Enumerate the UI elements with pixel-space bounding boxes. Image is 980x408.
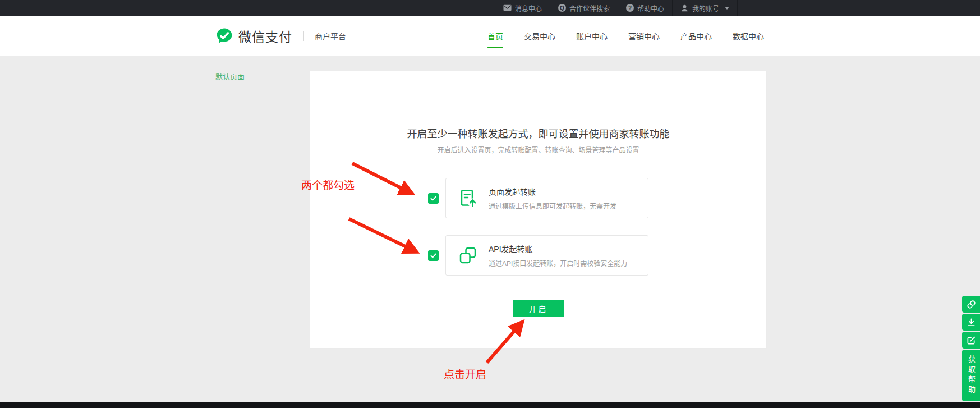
annotation-click-note: 点击开启 — [444, 366, 486, 381]
check-icon — [430, 195, 437, 202]
feedback-button[interactable] — [962, 332, 980, 349]
option-row-page-transfer: 页面发起转账 通过模版上传信息即可发起转账，无需开发 — [428, 178, 648, 218]
division-name: 商户平台 — [315, 30, 346, 42]
get-help-label: 获取帮助 — [962, 355, 980, 396]
option-title: 页面发起转账 — [489, 186, 616, 197]
option-text: API发起转账 通过API接口发起转账，开启时需校验安全能力 — [489, 243, 627, 268]
topbar-item-partner-search[interactable]: Q 合作伙伴搜索 — [550, 0, 618, 16]
topbar-item-help-center[interactable]: ? 帮助中心 — [618, 0, 672, 16]
api-transfer-icon — [458, 246, 477, 265]
account-icon — [680, 4, 689, 12]
api-transfer-checkbox[interactable] — [428, 250, 439, 261]
option-text: 页面发起转账 通过模版上传信息即可发起转账，无需开发 — [489, 186, 616, 210]
logo-divider — [303, 31, 304, 41]
topbar-item-label: 合作伙伴搜索 — [569, 3, 610, 13]
sidebar-item-default-page[interactable]: 默认页面 — [215, 71, 245, 81]
partner-search-icon: Q — [558, 4, 566, 12]
footer-bar — [0, 402, 980, 408]
tab-product-center[interactable]: 产品中心 — [680, 30, 712, 42]
brand-name: 微信支付 — [238, 26, 292, 45]
help-icon: ? — [626, 4, 634, 12]
topbar-item-my-account[interactable]: 我的账号 — [672, 0, 738, 16]
download-icon — [967, 318, 976, 327]
page-transfer-icon — [458, 189, 477, 208]
main-nav: 首页 交易中心 账户中心 营销中心 产品中心 数据中心 — [487, 16, 764, 56]
option-card-page-transfer[interactable]: 页面发起转账 通过模版上传信息即可发起转账，无需开发 — [445, 178, 648, 218]
caret-down-icon — [725, 7, 729, 10]
tab-transaction-center[interactable]: 交易中心 — [524, 30, 555, 42]
check-icon — [430, 252, 437, 259]
wechat-bubble-icon — [215, 27, 233, 45]
annotation-check-note: 两个都勾选 — [301, 177, 355, 192]
topbar-item-message-center[interactable]: 消息中心 — [495, 0, 550, 16]
option-desc: 通过API接口发起转账，开启时需校验安全能力 — [489, 258, 627, 268]
tab-marketing-center[interactable]: 营销中心 — [628, 30, 660, 42]
page-transfer-checkbox[interactable] — [428, 193, 439, 204]
topbar-items: 消息中心 Q 合作伙伴搜索 ? 帮助中心 我的账号 — [495, 0, 738, 16]
option-title: API发起转账 — [489, 243, 627, 254]
tab-account-center[interactable]: 账户中心 — [576, 30, 608, 42]
wechat-pay-logo[interactable]: 微信支付 商户平台 — [215, 16, 346, 56]
main-panel: 开启至少一种转账发起方式，即可设置并使用商家转账功能 开启后进入设置页，完成转账… — [310, 71, 767, 349]
page-title: 开启至少一种转账发起方式，即可设置并使用商家转账功能 — [310, 126, 766, 140]
topbar-item-label: 我的账号 — [692, 3, 719, 13]
topbar: 消息中心 Q 合作伙伴搜索 ? 帮助中心 我的账号 — [0, 0, 980, 16]
edit-icon — [967, 336, 976, 345]
link-button[interactable] — [962, 296, 980, 313]
topbar-item-label: 帮助中心 — [637, 3, 664, 13]
open-button[interactable]: 开启 — [513, 300, 564, 317]
page-subtitle: 开启后进入设置页，完成转账配置、转账查询、场景管理等产品设置 — [310, 145, 766, 154]
option-row-api-transfer: API发起转账 通过API接口发起转账，开启时需校验安全能力 — [428, 235, 648, 276]
message-icon — [503, 4, 512, 11]
topbar-item-label: 消息中心 — [515, 3, 542, 13]
tab-home[interactable]: 首页 — [487, 30, 503, 42]
link-icon — [967, 300, 976, 309]
option-desc: 通过模版上传信息即可发起转账，无需开发 — [489, 201, 616, 210]
floating-toolbar: 获取帮助 — [962, 296, 980, 402]
get-help-button[interactable]: 获取帮助 — [962, 350, 980, 401]
tab-data-center[interactable]: 数据中心 — [733, 30, 764, 42]
header: 微信支付 商户平台 首页 交易中心 账户中心 营销中心 产品中心 数据中心 — [0, 16, 980, 56]
download-button[interactable] — [962, 314, 980, 331]
option-card-api-transfer[interactable]: API发起转账 通过API接口发起转账，开启时需校验安全能力 — [445, 235, 648, 276]
